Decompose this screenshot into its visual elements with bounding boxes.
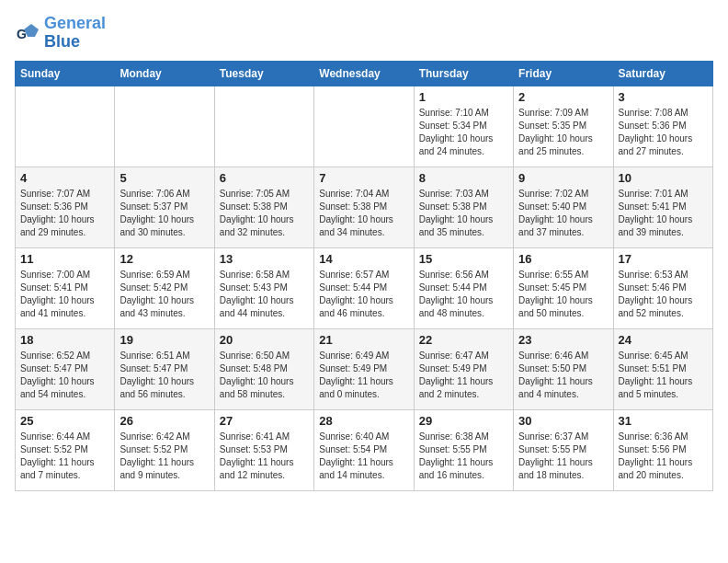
day-number: 19: [119, 333, 209, 347]
day-number: 1: [419, 90, 508, 104]
day-number: 12: [119, 252, 209, 266]
day-cell: 5Sunrise: 7:06 AM Sunset: 5:37 PM Daylig…: [115, 167, 214, 247]
day-info: Sunrise: 7:01 AM Sunset: 5:41 PM Dayligh…: [619, 188, 708, 239]
day-number: 11: [20, 252, 109, 266]
day-info: Sunrise: 7:10 AM Sunset: 5:34 PM Dayligh…: [419, 107, 508, 158]
calendar-body: 1Sunrise: 7:10 AM Sunset: 5:34 PM Daylig…: [16, 86, 713, 490]
day-info: Sunrise: 7:08 AM Sunset: 5:36 PM Dayligh…: [619, 107, 708, 158]
column-header-saturday: Saturday: [613, 61, 712, 86]
day-info: Sunrise: 6:57 AM Sunset: 5:44 PM Dayligh…: [319, 269, 408, 320]
day-info: Sunrise: 6:55 AM Sunset: 5:45 PM Dayligh…: [518, 269, 608, 320]
day-cell: 27Sunrise: 6:41 AM Sunset: 5:53 PM Dayli…: [214, 409, 313, 490]
day-cell: 15Sunrise: 6:56 AM Sunset: 5:44 PM Dayli…: [414, 247, 513, 328]
day-cell: 23Sunrise: 6:46 AM Sunset: 5:50 PM Dayli…: [514, 328, 613, 409]
day-info: Sunrise: 7:04 AM Sunset: 5:38 PM Dayligh…: [319, 188, 408, 239]
day-info: Sunrise: 6:41 AM Sunset: 5:53 PM Dayligh…: [220, 431, 309, 482]
day-cell: 13Sunrise: 6:58 AM Sunset: 5:43 PM Dayli…: [214, 247, 313, 328]
calendar-header: SundayMondayTuesdayWednesdayThursdayFrid…: [16, 61, 713, 86]
day-cell: 30Sunrise: 6:37 AM Sunset: 5:55 PM Dayli…: [514, 409, 613, 490]
column-header-monday: Monday: [115, 61, 214, 86]
week-row-1: 1Sunrise: 7:10 AM Sunset: 5:34 PM Daylig…: [16, 86, 713, 167]
day-number: 8: [419, 171, 508, 185]
day-number: 21: [319, 333, 408, 347]
day-cell: 31Sunrise: 6:36 AM Sunset: 5:56 PM Dayli…: [613, 409, 712, 490]
week-row-5: 25Sunrise: 6:44 AM Sunset: 5:52 PM Dayli…: [16, 409, 713, 490]
day-info: Sunrise: 6:44 AM Sunset: 5:52 PM Dayligh…: [20, 431, 109, 482]
day-number: 28: [319, 414, 408, 428]
day-number: 7: [319, 171, 408, 185]
day-cell: 28Sunrise: 6:40 AM Sunset: 5:54 PM Dayli…: [314, 409, 414, 490]
column-header-wednesday: Wednesday: [314, 61, 414, 86]
day-number: 20: [220, 333, 309, 347]
day-number: 13: [220, 252, 309, 266]
day-info: Sunrise: 7:05 AM Sunset: 5:38 PM Dayligh…: [220, 188, 309, 239]
column-header-tuesday: Tuesday: [214, 61, 313, 86]
day-cell: [16, 86, 115, 167]
day-cell: 2Sunrise: 7:09 AM Sunset: 5:35 PM Daylig…: [514, 86, 613, 167]
day-number: 10: [619, 171, 708, 185]
day-info: Sunrise: 6:40 AM Sunset: 5:54 PM Dayligh…: [319, 431, 408, 482]
calendar-table: SundayMondayTuesdayWednesdayThursdayFrid…: [15, 61, 713, 491]
day-info: Sunrise: 6:50 AM Sunset: 5:48 PM Dayligh…: [220, 350, 309, 401]
day-cell: 11Sunrise: 7:00 AM Sunset: 5:41 PM Dayli…: [16, 247, 115, 328]
day-cell: 10Sunrise: 7:01 AM Sunset: 5:41 PM Dayli…: [613, 167, 712, 247]
day-cell: 16Sunrise: 6:55 AM Sunset: 5:45 PM Dayli…: [514, 247, 613, 328]
day-number: 5: [119, 171, 209, 185]
day-number: 29: [419, 414, 508, 428]
day-number: 9: [518, 171, 608, 185]
day-number: 2: [518, 90, 608, 104]
day-cell: 8Sunrise: 7:03 AM Sunset: 5:38 PM Daylig…: [414, 167, 513, 247]
day-number: 31: [619, 414, 708, 428]
day-cell: 22Sunrise: 6:47 AM Sunset: 5:49 PM Dayli…: [414, 328, 513, 409]
day-info: Sunrise: 6:37 AM Sunset: 5:55 PM Dayligh…: [518, 431, 608, 482]
week-row-4: 18Sunrise: 6:52 AM Sunset: 5:47 PM Dayli…: [16, 328, 713, 409]
day-cell: 29Sunrise: 6:38 AM Sunset: 5:55 PM Dayli…: [414, 409, 513, 490]
day-cell: [314, 86, 414, 167]
day-number: 18: [20, 333, 109, 347]
day-cell: 18Sunrise: 6:52 AM Sunset: 5:47 PM Dayli…: [16, 328, 115, 409]
day-info: Sunrise: 6:52 AM Sunset: 5:47 PM Dayligh…: [20, 350, 109, 401]
day-number: 6: [220, 171, 309, 185]
day-cell: 4Sunrise: 7:07 AM Sunset: 5:36 PM Daylig…: [16, 167, 115, 247]
day-info: Sunrise: 6:42 AM Sunset: 5:52 PM Dayligh…: [119, 431, 209, 482]
day-cell: 9Sunrise: 7:02 AM Sunset: 5:40 PM Daylig…: [514, 167, 613, 247]
day-cell: [115, 86, 214, 167]
day-info: Sunrise: 6:36 AM Sunset: 5:56 PM Dayligh…: [619, 431, 708, 482]
day-info: Sunrise: 6:45 AM Sunset: 5:51 PM Dayligh…: [619, 350, 708, 401]
day-cell: 19Sunrise: 6:51 AM Sunset: 5:47 PM Dayli…: [115, 328, 214, 409]
page-header: G General Blue: [15, 15, 713, 52]
day-info: Sunrise: 6:58 AM Sunset: 5:43 PM Dayligh…: [220, 269, 309, 320]
day-number: 23: [518, 333, 608, 347]
day-cell: 21Sunrise: 6:49 AM Sunset: 5:49 PM Dayli…: [314, 328, 414, 409]
day-cell: 6Sunrise: 7:05 AM Sunset: 5:38 PM Daylig…: [214, 167, 313, 247]
day-number: 25: [20, 414, 109, 428]
day-cell: 25Sunrise: 6:44 AM Sunset: 5:52 PM Dayli…: [16, 409, 115, 490]
day-number: 22: [419, 333, 508, 347]
day-info: Sunrise: 6:53 AM Sunset: 5:46 PM Dayligh…: [619, 269, 708, 320]
day-info: Sunrise: 6:49 AM Sunset: 5:49 PM Dayligh…: [319, 350, 408, 401]
day-number: 30: [518, 414, 608, 428]
day-cell: 14Sunrise: 6:57 AM Sunset: 5:44 PM Dayli…: [314, 247, 414, 328]
logo-icon: G: [15, 20, 40, 46]
day-cell: 3Sunrise: 7:08 AM Sunset: 5:36 PM Daylig…: [613, 86, 712, 167]
day-info: Sunrise: 6:46 AM Sunset: 5:50 PM Dayligh…: [518, 350, 608, 401]
day-cell: 20Sunrise: 6:50 AM Sunset: 5:48 PM Dayli…: [214, 328, 313, 409]
day-cell: 26Sunrise: 6:42 AM Sunset: 5:52 PM Dayli…: [115, 409, 214, 490]
header-row: SundayMondayTuesdayWednesdayThursdayFrid…: [16, 61, 713, 86]
day-cell: 7Sunrise: 7:04 AM Sunset: 5:38 PM Daylig…: [314, 167, 414, 247]
day-number: 16: [518, 252, 608, 266]
day-cell: 12Sunrise: 6:59 AM Sunset: 5:42 PM Dayli…: [115, 247, 214, 328]
day-number: 14: [319, 252, 408, 266]
day-info: Sunrise: 7:03 AM Sunset: 5:38 PM Dayligh…: [419, 188, 508, 239]
day-number: 26: [119, 414, 209, 428]
day-info: Sunrise: 7:00 AM Sunset: 5:41 PM Dayligh…: [20, 269, 109, 320]
week-row-2: 4Sunrise: 7:07 AM Sunset: 5:36 PM Daylig…: [16, 167, 713, 247]
day-info: Sunrise: 7:09 AM Sunset: 5:35 PM Dayligh…: [518, 107, 608, 158]
day-cell: 1Sunrise: 7:10 AM Sunset: 5:34 PM Daylig…: [414, 86, 513, 167]
day-number: 15: [419, 252, 508, 266]
day-cell: 17Sunrise: 6:53 AM Sunset: 5:46 PM Dayli…: [613, 247, 712, 328]
day-cell: 24Sunrise: 6:45 AM Sunset: 5:51 PM Dayli…: [613, 328, 712, 409]
logo-text: General Blue: [44, 15, 106, 52]
week-row-3: 11Sunrise: 7:00 AM Sunset: 5:41 PM Dayli…: [16, 247, 713, 328]
day-info: Sunrise: 6:51 AM Sunset: 5:47 PM Dayligh…: [119, 350, 209, 401]
